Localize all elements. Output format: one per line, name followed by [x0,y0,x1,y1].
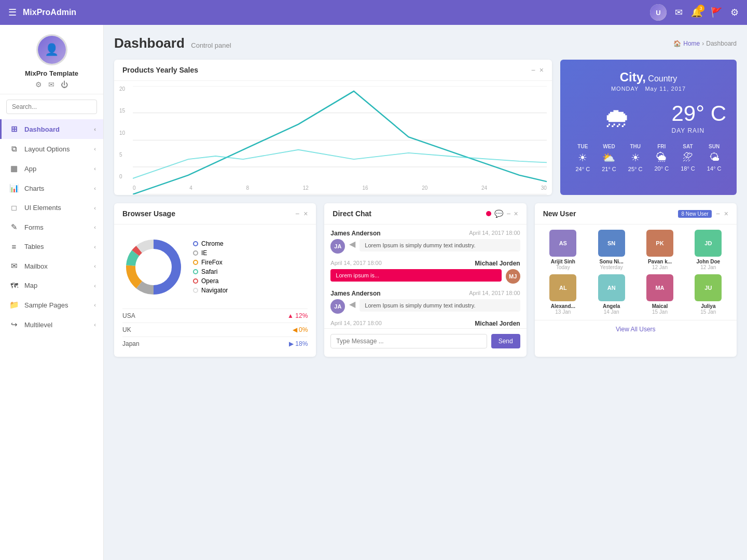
sidebar-item-layout[interactable]: ⧉ Layout Options ‹ [0,139,103,159]
settings-icon[interactable]: ⚙ [730,7,739,18]
sidebar-item-app[interactable]: ▦ App ‹ [0,159,103,178]
minimize-icon[interactable]: − [716,209,720,218]
user-item[interactable]: JD John Doe 12 Jan [686,230,730,270]
flag-icon[interactable]: 🚩 [711,7,722,18]
sidebar-item-multilevel[interactable]: ↪ Multilevel ‹ [0,315,103,334]
top-row: Products Yearly Sales − × 20 15 10 5 0 [114,60,737,195]
user-date: 14 Jan [589,309,633,315]
breadcrumb-home-icon: 🏠 [673,40,681,47]
user-avatar-img: AL [549,274,576,301]
chat-msg-header: April 14, 2017 18:00 Michael Jorden [330,320,520,327]
user-item[interactable]: AL Alexand... 13 Jan [541,274,585,315]
close-icon[interactable]: × [724,209,728,218]
forecast-wed: WED ⛅ 21° C [597,144,621,172]
user-item[interactable]: AN Angela 14 Jan [589,274,633,315]
close-icon[interactable]: × [514,209,518,218]
sidebar-item-label: Sample Pages [24,301,89,309]
user-avatar-img: AS [549,230,576,257]
profile-power-icon[interactable]: ⏻ [61,80,68,89]
chat-sender-name: James Anderson [330,290,380,297]
send-button[interactable]: Send [491,334,520,348]
sidebar-item-mailbox[interactable]: ✉ Mailbox ‹ [0,256,103,276]
chat-avatar: MJ [506,269,520,284]
profile-mail-icon[interactable]: ✉ [48,80,54,89]
user-item[interactable]: PK Pavan k... 12 Jan [638,230,682,270]
chevron-icon: ‹ [94,321,96,328]
legend-chrome: Chrome [193,240,228,247]
tables-icon: ≡ [9,242,19,251]
minimize-icon[interactable]: − [506,209,510,218]
mail-icon[interactable]: ✉ [675,7,683,18]
weather-icon-area: 🌧 [571,102,663,133]
sidebar-item-label: Map [24,282,89,289]
weather-date: MONDAY May 11, 2017 [571,86,726,92]
sidebar-item-dashboard[interactable]: ⊞ Dashboard ‹ [0,119,103,139]
breadcrumb-home-link[interactable]: Home [683,40,700,47]
topnav-left: ☰ MixProAdmin [8,7,76,18]
page-title: Dashboard [114,35,185,51]
user-date: 13 Jan [541,309,585,315]
usage-row-usa: USA ▲ 12% [122,309,308,323]
user-name: John Doe [686,259,730,264]
minimize-icon[interactable]: − [295,209,299,218]
minimize-icon[interactable]: − [531,66,535,74]
user-avatar-img: MA [646,274,673,301]
sidebar-item-map[interactable]: 🗺 Map ‹ [0,276,103,295]
weather-temp: 29° C [671,101,726,126]
sidebar-item-forms[interactable]: ✎ Forms ‹ [0,217,103,237]
sidebar-item-label: App [24,165,89,173]
chat-msg-time: April 14, 2017 18:00 [469,230,520,237]
bell-icon[interactable]: 🔔 3 [691,7,702,18]
country-label: USA [122,312,135,319]
weather-main: 🌧 29° C DAY RAIN [571,101,726,134]
search-input[interactable] [6,100,97,114]
breadcrumb-separator: › [702,40,704,47]
hamburger-icon[interactable]: ☰ [8,7,17,18]
view-all-users-button[interactable]: View All Users [535,320,737,338]
profile-settings-icon[interactable]: ⚙ [35,80,42,89]
close-icon[interactable]: × [540,66,544,74]
legend-opera: Opera [193,277,228,285]
user-avatar-img: JD [695,230,722,257]
chart-area: 20 15 10 5 0 [114,81,552,195]
chart-y-labels: 20 15 10 5 0 [119,86,125,179]
main-layout: 👤 MixPro Template ⚙ ✉ ⏻ ⊞ Dashboard ‹ ⧉ … [0,25,747,560]
user-date: Today [541,264,585,270]
chevron-icon: ‹ [94,283,96,289]
chart-card-controls: − × [531,66,544,74]
dashboard-icon: ⊞ [9,124,19,134]
chat-msg-time: April 14, 2017 18:00 [330,260,381,267]
user-item[interactable]: AS Arijit Sinh Today [541,230,585,270]
firefox-dot [193,260,198,265]
user-avatar[interactable]: U [650,4,667,21]
country-label: UK [122,326,131,333]
chat-bubble: Lorem Ipsum is simply dummy text industr… [359,239,520,251]
close-icon[interactable]: × [303,209,308,218]
ie-dot [193,250,198,256]
multilevel-icon: ↪ [9,320,19,329]
chat-status-dot [486,211,491,216]
x-label: 8 [246,185,249,191]
chevron-icon: ‹ [94,165,96,172]
y-label: 5 [119,152,125,158]
user-item[interactable]: JU Juliya 15 Jan [686,274,730,315]
sidebar-item-ui[interactable]: □ UI Elements ‹ [0,198,103,217]
sidebar-item-tables[interactable]: ≡ Tables ‹ [0,237,103,256]
sidebar-item-label: Tables [24,243,89,250]
topnav-right: U ✉ 🔔 3 🚩 ⚙ [650,4,739,21]
chrome-label: Chrome [201,240,224,247]
legend-ie: IE [193,249,228,257]
layout-icon: ⧉ [9,144,19,153]
sidebar-item-label: Layout Options [24,145,89,153]
sidebar-item-charts[interactable]: 📊 Charts ‹ [0,178,103,198]
user-name: Juliya [686,303,730,309]
chat-message-input[interactable] [330,334,487,348]
chat-messages: James Anderson April 14, 2017 18:00 JA ◀… [324,225,526,328]
user-item[interactable]: MA Maical 15 Jan [638,274,682,315]
x-label: 0 [133,185,136,191]
y-label: 15 [119,108,125,114]
x-label: 24 [481,185,487,191]
user-item[interactable]: SN Sonu Ni... Yesterday [589,230,633,270]
sidebar-item-sample[interactable]: 📁 Sample Pages ‹ [0,295,103,315]
sidebar-profile: 👤 MixPro Template ⚙ ✉ ⏻ [0,25,103,94]
